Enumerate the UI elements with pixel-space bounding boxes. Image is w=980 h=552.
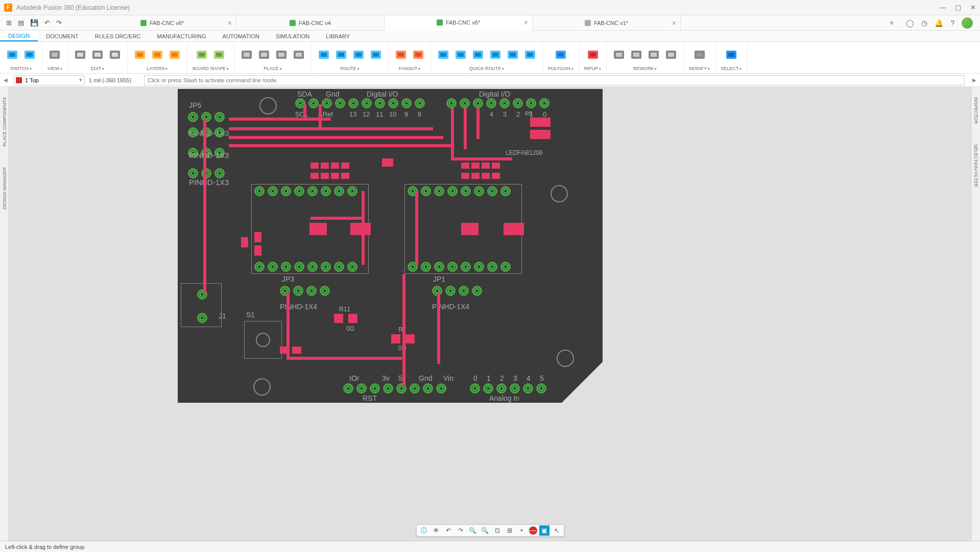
ribbon-tool-icon[interactable] xyxy=(133,48,147,62)
tab-close-icon[interactable]: × xyxy=(228,19,232,27)
command-input[interactable] xyxy=(144,75,965,85)
ribbon-tool-icon[interactable] xyxy=(523,48,537,62)
stop-icon[interactable]: — xyxy=(529,526,537,535)
ribbon-tool-icon[interactable] xyxy=(369,48,383,62)
ribbon-group-label[interactable]: FANOUT xyxy=(399,66,420,72)
visibility-icon[interactable]: 👁 xyxy=(431,525,441,536)
ribbon-tool-icon[interactable] xyxy=(240,48,254,62)
document-tab[interactable]: FAB-CNC v4 xyxy=(236,15,385,31)
ribbon-tool-icon[interactable] xyxy=(195,48,209,62)
ribbon-group-label[interactable]: VIEW xyxy=(47,66,62,72)
panel-tab-place-components[interactable]: PLACE COMPONENTS xyxy=(2,97,7,147)
ribbon-tool-icon[interactable] xyxy=(453,48,468,62)
extensions-icon[interactable]: ◯ xyxy=(906,19,914,27)
ribbon-tool-icon[interactable] xyxy=(274,48,289,62)
crosshair-icon[interactable]: + xyxy=(517,525,527,536)
ribbon-tool-icon[interactable] xyxy=(5,48,19,62)
tab-close-icon[interactable]: × xyxy=(672,19,676,27)
silk-label: SDA xyxy=(297,90,312,98)
close-button[interactable]: ✕ xyxy=(970,4,976,11)
ribbon-tool-icon[interactable] xyxy=(471,48,485,62)
save-icon[interactable]: 💾 xyxy=(30,19,38,27)
ribbon-tool-icon[interactable] xyxy=(317,48,331,62)
ribbon-group-label[interactable]: EDIT xyxy=(91,66,104,72)
minimize-button[interactable]: — xyxy=(939,4,946,11)
ribbon-tool-icon[interactable] xyxy=(108,48,122,62)
tab-file-icon xyxy=(140,20,147,26)
job-status-icon[interactable]: ◷ xyxy=(921,19,927,27)
ribbon-group-label[interactable]: SWITCH xyxy=(10,66,31,72)
ribbon-group-label[interactable]: QUICK ROUTE xyxy=(469,66,504,72)
expand-left-icon[interactable]: ◀ xyxy=(2,77,9,83)
ribbon-group-label[interactable]: REWORK xyxy=(633,66,657,72)
file-icon[interactable]: ▤ xyxy=(18,19,24,27)
undo-icon[interactable]: ↶ xyxy=(44,19,50,27)
ribbon-tool-icon[interactable] xyxy=(612,48,626,62)
panel-tab-selection-filter[interactable]: SELECTION FILTER xyxy=(973,144,978,187)
ribbon-tool-icon[interactable] xyxy=(168,48,182,62)
ribbon-group-label[interactable]: ROUTE xyxy=(340,66,359,72)
ribbon-tool-icon[interactable] xyxy=(724,48,738,62)
document-tab[interactable]: FAB-CNC v6*× xyxy=(88,15,236,31)
tab-close-icon[interactable]: × xyxy=(524,18,528,27)
ribbon-tool-icon[interactable] xyxy=(692,48,707,62)
zoom-in-icon[interactable]: 🔍 xyxy=(468,525,478,536)
ribbon-tool-icon[interactable] xyxy=(22,48,37,62)
notifications-icon[interactable]: 🔔 xyxy=(935,19,943,27)
ribbon-tool-icon[interactable] xyxy=(411,48,425,62)
help-icon[interactable]: ? xyxy=(950,19,954,27)
ribbon-tool-icon[interactable] xyxy=(90,48,105,62)
undo-nav-icon[interactable]: ↶ xyxy=(443,525,453,536)
expand-right-icon[interactable]: ▶ xyxy=(971,77,978,83)
ribbon-tool-icon[interactable] xyxy=(629,48,643,62)
maximize-button[interactable]: ▢ xyxy=(955,4,961,11)
ribbon-group-label[interactable]: SELECT xyxy=(721,66,742,72)
ribbon-tool-icon[interactable] xyxy=(257,48,271,62)
document-tab[interactable]: FAB-CNC v1*× xyxy=(533,15,681,31)
info-icon[interactable]: ⓘ xyxy=(419,525,429,536)
ribbon-tool-icon[interactable] xyxy=(554,48,568,62)
ribbon-tool-icon[interactable] xyxy=(647,48,661,62)
select-mode-icon[interactable]: ▣ xyxy=(539,525,549,536)
ribbon-group-label[interactable]: POLYGON xyxy=(548,66,573,72)
ribbon-tool-icon[interactable] xyxy=(436,48,450,62)
cursor-icon[interactable]: ↖ xyxy=(552,525,562,536)
menu-document[interactable]: DOCUMENT xyxy=(38,31,87,41)
ribbon-tool-icon[interactable] xyxy=(292,48,306,62)
ribbon-tool-icon[interactable] xyxy=(506,48,520,62)
ribbon-tool-icon[interactable] xyxy=(394,48,408,62)
ribbon-group-label[interactable]: RIPUP xyxy=(584,66,601,72)
layer-selector[interactable]: 1 Top ▾ xyxy=(13,75,85,85)
zoom-out-icon[interactable]: 🔍 xyxy=(480,525,490,536)
redo-icon[interactable]: ↷ xyxy=(56,19,62,27)
ribbon-tool-icon[interactable] xyxy=(47,48,62,62)
ribbon-group-label[interactable]: BOARD SHAPE xyxy=(193,66,229,72)
grid-icon[interactable]: ⊞ xyxy=(505,525,515,536)
data-panel-icon[interactable]: ⊞ xyxy=(6,19,12,27)
zoom-fit-icon[interactable]: ⊡ xyxy=(492,525,503,536)
ribbon-tool-icon[interactable] xyxy=(351,48,366,62)
menu-design[interactable]: DESIGN xyxy=(0,31,38,41)
new-tab-button[interactable]: + xyxy=(885,18,899,28)
ribbon-group-label[interactable]: PLACE xyxy=(264,66,281,72)
menu-automation[interactable]: AUTOMATION xyxy=(214,31,268,41)
ribbon-group-label[interactable]: MODIFY xyxy=(689,66,710,72)
menu-library[interactable]: LIBRARY xyxy=(318,31,358,41)
ribbon-tool-icon[interactable] xyxy=(212,48,226,62)
panel-tab-design-manager[interactable]: DESIGN MANAGER xyxy=(2,167,7,210)
document-tab[interactable]: FAB-CNC v6*× xyxy=(385,15,533,31)
ribbon-tool-icon[interactable] xyxy=(488,48,503,62)
user-avatar[interactable] xyxy=(962,17,973,29)
ribbon-tool-icon[interactable] xyxy=(150,48,164,62)
menu-rulesdrcerc[interactable]: RULES DRC/ERC xyxy=(87,31,149,41)
ribbon-tool-icon[interactable] xyxy=(73,48,87,62)
menu-simulation[interactable]: SIMULATION xyxy=(268,31,318,41)
ribbon-group-label[interactable]: LAYERS xyxy=(147,66,168,72)
ribbon-tool-icon[interactable] xyxy=(664,48,678,62)
ribbon-tool-icon[interactable] xyxy=(334,48,348,62)
ribbon-tool-icon[interactable] xyxy=(586,48,600,62)
menu-manufacturing[interactable]: MANUFACTURING xyxy=(149,31,214,41)
pcb-canvas[interactable]: SDA Gnd Digital I/O Digital I/O SCL ARef… xyxy=(9,87,971,541)
redo-nav-icon[interactable]: ↷ xyxy=(456,525,466,536)
panel-tab-inspector[interactable]: INSPECTOR xyxy=(973,97,978,124)
